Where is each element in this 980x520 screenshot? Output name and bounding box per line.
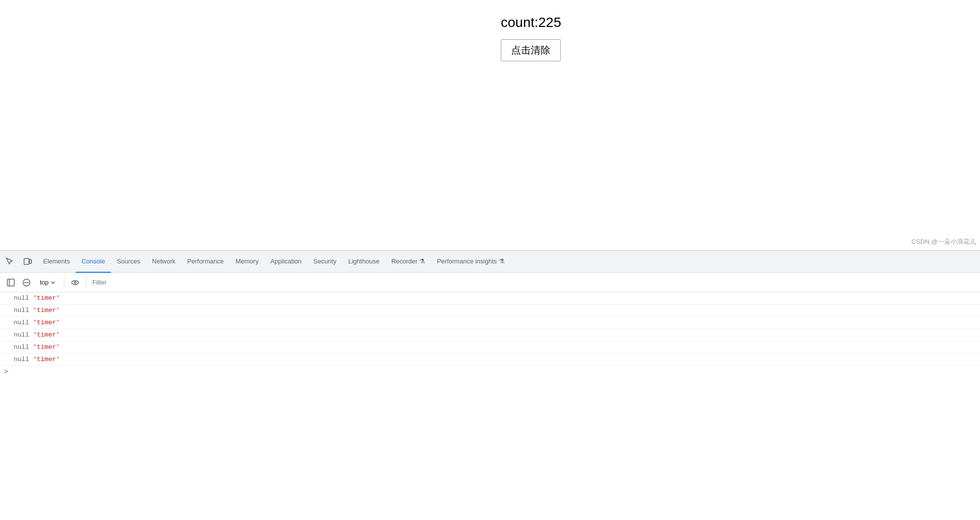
count-display: count:225 xyxy=(501,15,561,30)
watermark: CSDN @一朵小浪花儿 xyxy=(911,237,976,246)
tab-sources[interactable]: Sources xyxy=(111,251,146,273)
tab-recorder[interactable]: Recorder ⚗ xyxy=(385,251,431,273)
devtools-tab-bar: Elements Console Sources Network Perform… xyxy=(0,251,980,273)
clear-button[interactable]: 点击清除 xyxy=(501,39,561,61)
tab-performance[interactable]: Performance xyxy=(181,251,229,273)
console-row: null 'timer' xyxy=(0,292,980,305)
clear-console-icon[interactable] xyxy=(20,276,33,289)
tab-console[interactable]: Console xyxy=(76,251,111,273)
svg-rect-0 xyxy=(24,259,29,264)
console-input-row[interactable]: > xyxy=(0,366,980,378)
tab-application[interactable]: Application xyxy=(265,251,308,273)
tab-performance-insights[interactable]: Performance insights ⚗ xyxy=(431,251,511,273)
svg-rect-2 xyxy=(7,279,14,286)
chevron-down-icon xyxy=(51,280,55,285)
filter-input[interactable] xyxy=(90,277,976,288)
tab-lighthouse[interactable]: Lighthouse xyxy=(342,251,385,273)
eye-icon[interactable] xyxy=(68,276,82,289)
inspect-icon[interactable] xyxy=(2,254,18,269)
toolbar-divider xyxy=(64,278,64,287)
console-prompt: > xyxy=(4,368,8,376)
svg-point-6 xyxy=(72,281,79,285)
tab-security[interactable]: Security xyxy=(307,251,342,273)
main-page: count:225 点击清除 CSDN @一朵小浪花儿 xyxy=(0,0,980,250)
svg-point-7 xyxy=(74,282,76,284)
tab-network[interactable]: Network xyxy=(146,251,182,273)
tab-memory[interactable]: Memory xyxy=(230,251,265,273)
tab-elements[interactable]: Elements xyxy=(37,251,76,273)
sidebar-toggle-icon[interactable] xyxy=(4,276,18,289)
console-output[interactable]: null 'timer' null 'timer' null 'timer' n… xyxy=(0,292,980,520)
context-selector[interactable]: top xyxy=(35,277,60,287)
toolbar-divider-2 xyxy=(86,278,86,287)
console-row: null 'timer' xyxy=(0,305,980,317)
console-row: null 'timer' xyxy=(0,354,980,366)
console-toolbar: top xyxy=(0,273,980,292)
console-row: null 'timer' xyxy=(0,329,980,341)
device-toggle-icon[interactable] xyxy=(20,254,35,269)
console-row: null 'timer' xyxy=(0,341,980,354)
console-row: null 'timer' xyxy=(0,317,980,329)
devtools-panel: Elements Console Sources Network Perform… xyxy=(0,250,980,520)
svg-rect-1 xyxy=(29,260,31,263)
